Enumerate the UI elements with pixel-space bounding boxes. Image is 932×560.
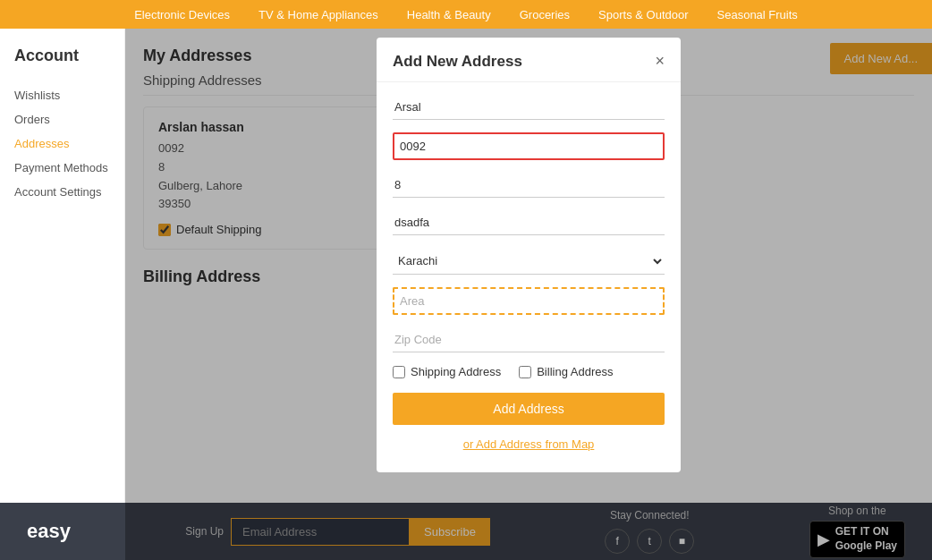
- address-field-wrapper: [393, 173, 665, 198]
- sidebar-item-addresses[interactable]: Addresses: [14, 132, 110, 156]
- modal-title: Add New Address: [393, 53, 522, 71]
- nav-item-groceries[interactable]: Groceries: [520, 8, 570, 21]
- billing-checkbox-label: Billing Address: [519, 365, 613, 378]
- sidebar-item-orders[interactable]: Orders: [14, 107, 110, 132]
- area-input[interactable]: [393, 287, 665, 315]
- shipping-checkbox-label: Shipping Address: [393, 365, 501, 378]
- zip-field-wrapper: [393, 327, 665, 352]
- address-input[interactable]: [393, 173, 665, 198]
- content-area: My Addresses Shipping Addresses Arslan h…: [125, 29, 932, 560]
- city-select[interactable]: Karachi: [393, 248, 665, 275]
- nav-item-fruits[interactable]: Seasonal Fruits: [717, 8, 798, 21]
- modal-overlay: Add New Address ×: [125, 29, 932, 560]
- sidebar: Account Wishlists Orders Addresses Payme…: [0, 29, 125, 560]
- billing-label-text: Billing Address: [537, 365, 613, 378]
- name-field-wrapper: [393, 95, 665, 120]
- modal-header: Add New Address ×: [377, 38, 681, 82]
- zip-input[interactable]: [393, 327, 665, 352]
- nav-item-tv[interactable]: TV & Home Appliances: [258, 8, 378, 21]
- street-input[interactable]: [393, 210, 665, 235]
- add-address-button[interactable]: Add Address: [393, 393, 665, 425]
- area-field-wrapper: [393, 287, 665, 315]
- modal-form: Karachi Shipping: [377, 82, 681, 472]
- name-input[interactable]: [393, 95, 665, 120]
- sidebar-item-wishlists[interactable]: Wishlists: [14, 83, 110, 107]
- phone-input[interactable]: [393, 132, 665, 160]
- billing-address-checkbox[interactable]: [519, 366, 531, 378]
- shipping-label-text: Shipping Address: [411, 365, 501, 378]
- top-navigation: Electronic Devices TV & Home Appliances …: [0, 0, 932, 29]
- sidebar-title: Account: [14, 47, 110, 65]
- street-field-wrapper: [393, 210, 665, 235]
- shipping-address-checkbox[interactable]: [393, 366, 405, 378]
- footer-logo: easy: [27, 520, 71, 543]
- city-field-wrapper: Karachi: [393, 248, 665, 275]
- add-address-modal: Add New Address ×: [377, 38, 681, 472]
- phone-field-wrapper: [393, 132, 665, 160]
- sidebar-item-payment[interactable]: Payment Methods: [14, 156, 110, 180]
- nav-item-sports[interactable]: Sports & Outdoor: [598, 8, 688, 21]
- address-type-row: Shipping Address Billing Address: [393, 365, 665, 378]
- modal-close-button[interactable]: ×: [655, 52, 665, 71]
- main-wrapper: Account Wishlists Orders Addresses Payme…: [0, 29, 932, 560]
- map-link[interactable]: or Add Address from Map: [393, 437, 665, 451]
- nav-item-electronic[interactable]: Electronic Devices: [134, 8, 230, 21]
- nav-item-health[interactable]: Health & Beauty: [407, 8, 491, 21]
- sidebar-item-settings[interactable]: Account Settings: [14, 180, 110, 204]
